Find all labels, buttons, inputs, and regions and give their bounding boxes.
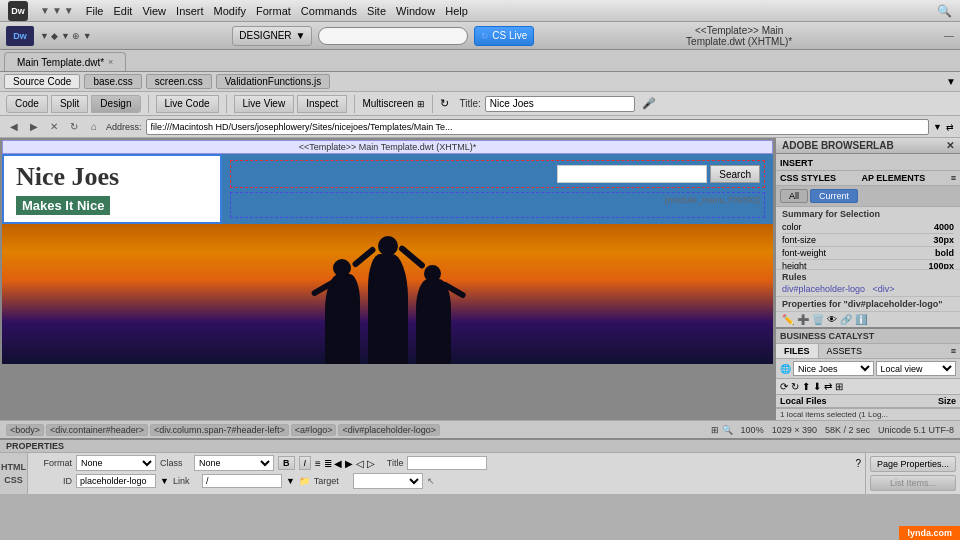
css-styles-tab[interactable]: CSS STYLES (780, 173, 836, 183)
format-select[interactable]: None (76, 455, 156, 471)
expand-files-icon[interactable]: ⊞ (835, 381, 843, 392)
sync-icon[interactable]: ⇄ (946, 122, 954, 132)
back-button[interactable]: ◀ (6, 119, 22, 135)
link-input[interactable] (202, 474, 282, 488)
css-icon[interactable]: CSS (4, 475, 23, 485)
id-input[interactable] (76, 474, 156, 488)
cs-live-button[interactable]: ↻ CS Live (474, 26, 534, 46)
filter-icon[interactable]: ▼ (946, 76, 956, 87)
refresh-files-icon[interactable]: ↻ (791, 381, 799, 392)
view-select[interactable]: Local view (876, 361, 957, 376)
browserlab-header: ADOBE BROWSERLAB ✕ (776, 138, 960, 154)
tag-div-placeholder[interactable]: <div#placeholder-logo> (338, 424, 440, 436)
status-icons[interactable]: ⊞ 🔍 (711, 425, 733, 435)
search-icon[interactable]: 🔍 (937, 4, 952, 18)
file-tab-source[interactable]: Source Code (4, 74, 80, 89)
menu-insert[interactable]: Insert (176, 5, 204, 17)
menu-file[interactable]: File (86, 5, 104, 17)
add-icon[interactable]: ➕ (797, 314, 809, 325)
menu-window[interactable]: Window (396, 5, 435, 17)
props-help-icon[interactable]: ? (855, 458, 861, 469)
stop-button[interactable]: ✕ (46, 119, 62, 135)
all-tab-button[interactable]: All (780, 189, 808, 203)
menu-modify[interactable]: Modify (214, 5, 246, 17)
menu-format[interactable]: Format (256, 5, 291, 17)
panel-options-icon[interactable]: ≡ (951, 173, 956, 183)
close-tab-icon[interactable]: × (108, 57, 113, 67)
info-icon[interactable]: ℹ️ (855, 314, 867, 325)
delete-icon[interactable]: 🗑️ (812, 314, 824, 325)
tag-column[interactable]: <div.column.span-7#header-left> (150, 424, 289, 436)
code-mode-button[interactable]: Code (6, 95, 48, 113)
italic-button[interactable]: I (299, 456, 312, 470)
class-label: Class (160, 458, 190, 468)
tag-container[interactable]: <div.container#header> (46, 424, 148, 436)
html-icon[interactable]: HTML (1, 462, 26, 472)
connect-icon[interactable]: ⟳ (780, 381, 788, 392)
ap-elements-tab[interactable]: AP ELEMENTS (861, 173, 925, 183)
link-dropdown-icon[interactable]: ▼ (286, 476, 295, 486)
menu-help[interactable]: Help (445, 5, 468, 17)
file-tab-validation[interactable]: ValidationFunctions.js (216, 74, 331, 89)
design-mode-button[interactable]: Design (91, 95, 140, 113)
class-select[interactable]: None (194, 455, 274, 471)
assets-tab-button[interactable]: ASSETS (819, 344, 871, 358)
properties-panel-header: PROPERTIES (0, 440, 960, 453)
minimize-icon[interactable]: — (944, 30, 954, 41)
file-tab-screen-css[interactable]: screen.css (146, 74, 212, 89)
inspect-button[interactable]: Inspect (297, 95, 347, 113)
hero-image-section (2, 224, 773, 364)
search-input[interactable] (318, 27, 468, 45)
business-catalyst-header: BUSINESS CATALYST (776, 327, 960, 344)
address-dropdown-icon[interactable]: ▼ (933, 122, 942, 132)
forward-button[interactable]: ▶ (26, 119, 42, 135)
sync-files-icon[interactable]: ⇄ (824, 381, 832, 392)
rule-1[interactable]: div#placeholder-logo <div> (782, 284, 954, 294)
canvas-search-button[interactable]: Search (710, 165, 760, 183)
live-code-button[interactable]: Live Code (156, 95, 219, 113)
menu-edit[interactable]: Edit (113, 5, 132, 17)
target-label: Target (314, 476, 349, 486)
menu-site[interactable]: Site (367, 5, 386, 17)
edit-icon[interactable]: ✏️ (782, 314, 794, 325)
download-icon[interactable]: ⬇ (813, 381, 821, 392)
format-label: Format (32, 458, 72, 468)
page-properties-button[interactable]: Page Properties... (870, 456, 956, 472)
visibility-icon[interactable]: 👁 (827, 314, 837, 325)
logo-area[interactable]: Nice Joes Makes It Nice (2, 154, 222, 224)
design-canvas-wrapper[interactable]: <<Template>> Main Template.dwt (XHTML)* … (0, 138, 775, 420)
refresh-nav-button[interactable]: ↻ (66, 119, 82, 135)
canvas-search-input[interactable] (557, 165, 707, 183)
menu-commands[interactable]: Commands (301, 5, 357, 17)
list-items-button[interactable]: List Items... (870, 475, 956, 491)
list-icons[interactable]: ≡ ≣ ◀ ▶ ◁ ▷ (315, 458, 375, 469)
files-options-icon[interactable]: ≡ (947, 344, 960, 358)
file-tab-base-css[interactable]: base.css (84, 74, 141, 89)
live-view-button[interactable]: Live View (234, 95, 295, 113)
link2-icon[interactable]: 🔗 (840, 314, 852, 325)
menu-view[interactable]: View (142, 5, 166, 17)
upload-icon[interactable]: ⬆ (802, 381, 810, 392)
id-dropdown-icon[interactable]: ▼ (160, 476, 169, 486)
title-input[interactable] (485, 96, 635, 112)
mic-icon[interactable]: 🎤 (642, 97, 656, 110)
target-select[interactable] (353, 473, 423, 489)
address-input[interactable] (146, 119, 930, 135)
home-button[interactable]: ⌂ (86, 119, 102, 135)
refresh-icon[interactable]: ↻ (440, 97, 449, 110)
title-prop-input[interactable] (407, 456, 487, 470)
split-mode-button[interactable]: Split (51, 95, 88, 113)
panel-close-icon[interactable]: ✕ (946, 140, 954, 151)
tag-a-logo[interactable]: <a#logo> (291, 424, 337, 436)
properties-content: HTML CSS Format None Class None B I ≡ ≣ … (0, 453, 960, 494)
site-select[interactable]: Nice Joes (793, 361, 874, 376)
silhouette-1 (325, 274, 360, 364)
tag-body[interactable]: <body> (6, 424, 44, 436)
bold-button[interactable]: B (278, 456, 295, 470)
files-tab-button[interactable]: FILES (776, 344, 819, 358)
rules-section: Rules div#placeholder-logo <div> (776, 269, 960, 296)
designer-button[interactable]: DESIGNER ▼ (232, 26, 312, 46)
current-tab-button[interactable]: Current (810, 189, 858, 203)
link-browse-icon[interactable]: 📁 (299, 476, 310, 486)
main-template-tab[interactable]: Main Template.dwt* × (4, 52, 126, 71)
